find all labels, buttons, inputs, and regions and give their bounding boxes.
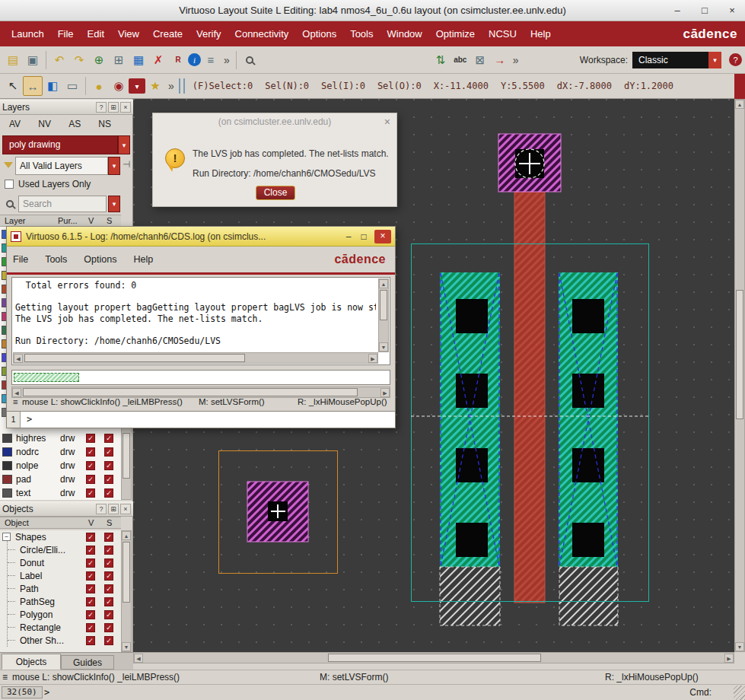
probe-icon[interactable]: ◉ bbox=[109, 76, 129, 96]
col-visible[interactable]: V bbox=[88, 216, 94, 225]
chevron-down-icon[interactable]: ▾ bbox=[118, 135, 130, 154]
selectability-checkbox[interactable]: ✓ bbox=[104, 571, 113, 581]
pin-icon[interactable]: ⊣ bbox=[121, 159, 132, 173]
menu-optimize[interactable]: Optimize bbox=[429, 21, 482, 46]
scrollbar-thumb[interactable] bbox=[736, 290, 743, 419]
scroll-up-icon[interactable]: ▲ bbox=[122, 531, 131, 540]
objects-scrollbar[interactable]: ▲ ▼ bbox=[121, 530, 132, 652]
panel-help-icon[interactable]: ? bbox=[96, 504, 107, 514]
tree-label[interactable]: Donut bbox=[20, 558, 44, 568]
info-icon[interactable]: i bbox=[188, 53, 201, 66]
resize-grip[interactable] bbox=[734, 686, 745, 700]
delete-icon[interactable]: ✗ bbox=[148, 50, 168, 70]
visibility-checkbox[interactable]: ✓ bbox=[86, 623, 95, 632]
label-abc-icon[interactable]: abc bbox=[451, 50, 470, 70]
tree-label[interactable]: PathSeg bbox=[20, 597, 55, 607]
log-text-area[interactable]: Total errors found: 0 Getting layout pro… bbox=[11, 277, 390, 365]
zoom-help-icon[interactable] bbox=[240, 50, 259, 70]
menu-edit[interactable]: Edit bbox=[81, 21, 111, 46]
col-selectable[interactable]: S bbox=[107, 518, 112, 527]
layer-row[interactable]: nodrc drw ✓ ✓ bbox=[0, 445, 121, 459]
menu-create[interactable]: Create bbox=[146, 21, 189, 46]
canvas-horizontal-scrollbar[interactable]: ◀ ▶ bbox=[133, 652, 734, 663]
visibility-checkbox[interactable]: ✓ bbox=[86, 610, 95, 619]
scroll-down-icon[interactable]: ▼ bbox=[122, 642, 131, 651]
scrollbar-thumb[interactable] bbox=[24, 354, 245, 362]
chevron-down-icon[interactable]: ▾ bbox=[708, 52, 721, 68]
log-menu-tools[interactable]: Tools bbox=[45, 254, 67, 265]
dialog-close-button[interactable]: Close bbox=[256, 186, 295, 200]
tree-label[interactable]: Circle/Elli... bbox=[20, 545, 65, 555]
layer-search-input[interactable]: Search bbox=[18, 196, 107, 212]
metal-bottom-right[interactable] bbox=[559, 567, 618, 625]
stretch-icon[interactable]: ↔ bbox=[23, 76, 43, 96]
panel-close-icon[interactable]: × bbox=[120, 102, 131, 113]
maximize-button[interactable]: □ bbox=[696, 0, 713, 21]
tree-row-shapes[interactable]: − Shapes ✓ ✓ bbox=[0, 530, 121, 543]
selectability-checkbox[interactable]: ✓ bbox=[104, 558, 113, 568]
poly-gate-stripe[interactable] bbox=[514, 192, 545, 603]
col-as[interactable]: AS bbox=[68, 119, 81, 129]
selectability-checkbox[interactable]: ✓ bbox=[104, 434, 113, 443]
layer-row[interactable]: highres drw ✓ ✓ bbox=[0, 431, 121, 445]
log-command-input[interactable]: 1 > bbox=[7, 411, 395, 428]
visibility-checkbox[interactable]: ✓ bbox=[86, 461, 95, 470]
zoom-fit-icon[interactable]: ⊕ bbox=[89, 50, 109, 70]
objects-panel-header[interactable]: Objects ? ⊞ × bbox=[0, 501, 133, 517]
command-prompt[interactable]: > bbox=[44, 687, 49, 698]
toolbar-overflow-icon-2[interactable]: » bbox=[510, 54, 522, 66]
log-maximize-button[interactable]: □ bbox=[356, 231, 371, 242]
log-vertical-scrollbar[interactable]: ▲ ▼ bbox=[378, 278, 389, 352]
panel-dock-icon[interactable]: ⊞ bbox=[108, 102, 119, 113]
via-cell-small[interactable] bbox=[247, 482, 308, 542]
tree-row[interactable]: Rectangle ✓ ✓ bbox=[0, 621, 121, 634]
help-icon[interactable]: ? bbox=[729, 53, 742, 66]
log-minimize-button[interactable]: – bbox=[341, 231, 356, 242]
selectability-checkbox[interactable]: ✓ bbox=[104, 546, 113, 555]
log-window-titlebar[interactable]: Virtuoso 6.1.5 - Log: /home/chanh6/CDS.l… bbox=[7, 227, 395, 247]
col-purpose[interactable]: Pur... bbox=[58, 216, 78, 225]
tab-guides[interactable]: Guides bbox=[61, 655, 114, 670]
selectability-checkbox[interactable]: ✓ bbox=[104, 636, 113, 645]
col-nv[interactable]: NV bbox=[38, 119, 51, 129]
menu-launch[interactable]: Launch bbox=[5, 21, 51, 46]
layer-dropdown-icon[interactable]: ▾ bbox=[129, 78, 145, 94]
scroll-up-icon[interactable]: ▲ bbox=[735, 100, 744, 109]
layer-filter-select[interactable]: All Valid Layers bbox=[15, 157, 108, 175]
visibility-checkbox[interactable]: ✓ bbox=[86, 597, 95, 606]
used-layers-checkbox[interactable] bbox=[5, 180, 14, 189]
col-object[interactable]: Object bbox=[5, 518, 29, 527]
workspace-select[interactable]: Classic ▾ bbox=[632, 52, 721, 68]
undo-icon[interactable]: ↶ bbox=[49, 50, 69, 70]
properties-icon[interactable]: R bbox=[168, 50, 188, 70]
selectability-checkbox[interactable]: ✓ bbox=[104, 447, 113, 457]
panel-help-icon[interactable]: ? bbox=[96, 102, 107, 113]
open-icon[interactable]: ▤ bbox=[3, 50, 23, 70]
tree-row[interactable]: PathSeg ✓ ✓ bbox=[0, 595, 121, 608]
copy-icon[interactable]: ⊞ bbox=[109, 50, 129, 70]
log-menu-file[interactable]: File bbox=[13, 254, 28, 265]
col-visible[interactable]: V bbox=[88, 518, 94, 527]
visibility-checkbox[interactable]: ✓ bbox=[86, 447, 95, 457]
menu-help[interactable]: Help bbox=[524, 21, 558, 46]
tree-row[interactable]: Circle/Elli... ✓ ✓ bbox=[0, 543, 121, 556]
scrollbar-thumb[interactable] bbox=[123, 433, 130, 479]
selectability-checkbox[interactable]: ✓ bbox=[104, 584, 113, 593]
scroll-left-icon[interactable]: ◀ bbox=[134, 654, 143, 663]
menu-file[interactable]: File bbox=[51, 21, 81, 46]
canvas-vertical-scrollbar[interactable]: ▲ ▼ bbox=[734, 99, 745, 652]
selectability-checkbox[interactable]: ✓ bbox=[104, 533, 113, 542]
log-close-button[interactable]: × bbox=[374, 230, 391, 243]
toolbar-overflow-icon-3[interactable]: » bbox=[165, 80, 177, 92]
tree-label[interactable]: Rectangle bbox=[20, 622, 61, 633]
history-horizontal-scrollbar[interactable]: ◀ ▶ bbox=[11, 387, 390, 398]
visibility-checkbox[interactable]: ✓ bbox=[86, 488, 95, 498]
save-icon[interactable]: ▣ bbox=[23, 50, 43, 70]
menu-tools[interactable]: Tools bbox=[343, 21, 380, 46]
visibility-checkbox[interactable]: ✓ bbox=[86, 475, 95, 484]
scroll-down-icon[interactable]: ▼ bbox=[735, 642, 744, 651]
col-selectable[interactable]: S bbox=[107, 216, 112, 225]
scroll-down-icon[interactable]: ▼ bbox=[379, 342, 388, 352]
log-menu-help[interactable]: Help bbox=[133, 254, 153, 265]
layers-panel-header[interactable]: Layers ? ⊞ × bbox=[0, 100, 133, 115]
